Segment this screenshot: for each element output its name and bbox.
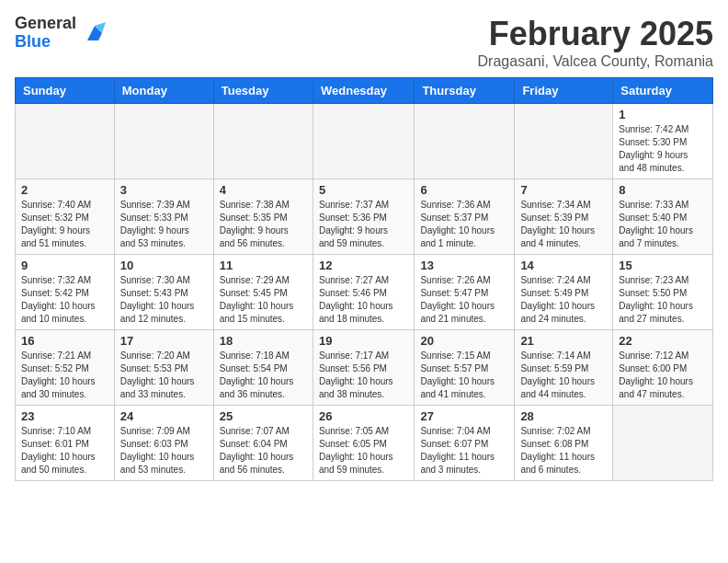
day-number: 17 <box>120 334 208 348</box>
day-info: Sunrise: 7:36 AM Sunset: 5:37 PM Dayligh… <box>420 199 508 250</box>
day-info: Sunrise: 7:15 AM Sunset: 5:57 PM Dayligh… <box>420 350 508 401</box>
day-number: 26 <box>319 409 408 423</box>
logo-icon <box>80 18 109 48</box>
day-number: 14 <box>520 259 607 272</box>
day-number: 12 <box>319 259 408 272</box>
calendar-header-row: SundayMondayTuesdayWednesdayThursdayFrid… <box>16 78 713 104</box>
calendar-day-cell: 7Sunrise: 7:34 AM Sunset: 5:39 PM Daylig… <box>515 179 613 255</box>
day-number: 25 <box>220 409 307 423</box>
day-of-week-header: Monday <box>114 78 213 104</box>
day-number: 21 <box>520 334 607 348</box>
day-number: 24 <box>120 409 208 423</box>
day-info: Sunrise: 7:05 AM Sunset: 6:05 PM Dayligh… <box>319 425 408 477</box>
day-info: Sunrise: 7:38 AM Sunset: 5:35 PM Dayligh… <box>220 199 307 250</box>
calendar-day-cell <box>16 104 115 179</box>
day-number: 6 <box>420 183 508 197</box>
day-number: 4 <box>220 183 307 197</box>
calendar-day-cell: 26Sunrise: 7:05 AM Sunset: 6:05 PM Dayli… <box>313 406 414 481</box>
day-info: Sunrise: 7:30 AM Sunset: 5:43 PM Dayligh… <box>120 274 208 326</box>
logo-blue-text: Blue <box>15 33 76 52</box>
month-title: February 2025 <box>478 15 713 53</box>
day-number: 16 <box>21 334 108 348</box>
day-of-week-header: Thursday <box>415 78 515 104</box>
day-number: 18 <box>220 334 307 348</box>
calendar-day-cell: 24Sunrise: 7:09 AM Sunset: 6:03 PM Dayli… <box>114 406 213 481</box>
calendar-day-cell <box>114 104 213 179</box>
day-info: Sunrise: 7:10 AM Sunset: 6:01 PM Dayligh… <box>21 425 108 477</box>
calendar-day-cell: 13Sunrise: 7:26 AM Sunset: 5:47 PM Dayli… <box>415 255 515 330</box>
calendar-day-cell: 22Sunrise: 7:12 AM Sunset: 6:00 PM Dayli… <box>613 330 713 406</box>
calendar-day-cell: 2Sunrise: 7:40 AM Sunset: 5:32 PM Daylig… <box>16 179 115 255</box>
day-info: Sunrise: 7:21 AM Sunset: 5:52 PM Dayligh… <box>21 350 108 401</box>
day-number: 3 <box>120 183 208 197</box>
calendar-day-cell: 19Sunrise: 7:17 AM Sunset: 5:56 PM Dayli… <box>313 330 414 406</box>
day-number: 8 <box>619 183 707 197</box>
day-of-week-header: Friday <box>515 78 613 104</box>
day-info: Sunrise: 7:33 AM Sunset: 5:40 PM Dayligh… <box>619 199 707 250</box>
day-number: 27 <box>420 409 508 423</box>
day-info: Sunrise: 7:07 AM Sunset: 6:04 PM Dayligh… <box>220 425 307 477</box>
calendar-day-cell: 4Sunrise: 7:38 AM Sunset: 5:35 PM Daylig… <box>213 179 313 255</box>
day-info: Sunrise: 7:26 AM Sunset: 5:47 PM Dayligh… <box>420 274 508 326</box>
day-number: 11 <box>220 259 307 272</box>
calendar-table: SundayMondayTuesdayWednesdayThursdayFrid… <box>15 77 713 481</box>
day-info: Sunrise: 7:23 AM Sunset: 5:50 PM Dayligh… <box>619 274 707 326</box>
day-number: 28 <box>520 409 607 423</box>
calendar-day-cell: 14Sunrise: 7:24 AM Sunset: 5:49 PM Dayli… <box>515 255 613 330</box>
calendar-week-row: 9Sunrise: 7:32 AM Sunset: 5:42 PM Daylig… <box>16 255 713 330</box>
calendar-day-cell: 28Sunrise: 7:02 AM Sunset: 6:08 PM Dayli… <box>515 406 613 481</box>
page-header: General Blue February 2025 Dragasani, Va… <box>15 15 713 70</box>
day-number: 23 <box>21 409 108 423</box>
calendar-day-cell: 1Sunrise: 7:42 AM Sunset: 5:30 PM Daylig… <box>613 104 713 179</box>
calendar-day-cell: 23Sunrise: 7:10 AM Sunset: 6:01 PM Dayli… <box>16 406 115 481</box>
calendar-day-cell: 11Sunrise: 7:29 AM Sunset: 5:45 PM Dayli… <box>213 255 313 330</box>
calendar-day-cell <box>515 104 613 179</box>
day-info: Sunrise: 7:04 AM Sunset: 6:07 PM Dayligh… <box>420 425 508 477</box>
day-number: 19 <box>319 334 408 348</box>
title-block: February 2025 Dragasani, Valcea County, … <box>478 15 713 70</box>
calendar-week-row: 2Sunrise: 7:40 AM Sunset: 5:32 PM Daylig… <box>16 179 713 255</box>
day-number: 9 <box>21 259 108 272</box>
calendar-day-cell: 18Sunrise: 7:18 AM Sunset: 5:54 PM Dayli… <box>213 330 313 406</box>
day-info: Sunrise: 7:14 AM Sunset: 5:59 PM Dayligh… <box>520 350 607 401</box>
day-info: Sunrise: 7:02 AM Sunset: 6:08 PM Dayligh… <box>520 425 607 477</box>
day-number: 13 <box>420 259 508 272</box>
day-info: Sunrise: 7:34 AM Sunset: 5:39 PM Dayligh… <box>520 199 607 250</box>
day-info: Sunrise: 7:20 AM Sunset: 5:53 PM Dayligh… <box>120 350 208 401</box>
day-info: Sunrise: 7:32 AM Sunset: 5:42 PM Dayligh… <box>21 274 108 326</box>
day-number: 20 <box>420 334 508 348</box>
logo: General Blue <box>15 15 109 52</box>
day-info: Sunrise: 7:39 AM Sunset: 5:33 PM Dayligh… <box>120 199 208 250</box>
calendar-day-cell: 27Sunrise: 7:04 AM Sunset: 6:07 PM Dayli… <box>415 406 515 481</box>
calendar-day-cell <box>213 104 313 179</box>
calendar-day-cell: 5Sunrise: 7:37 AM Sunset: 5:36 PM Daylig… <box>313 179 414 255</box>
calendar-day-cell: 15Sunrise: 7:23 AM Sunset: 5:50 PM Dayli… <box>613 255 713 330</box>
day-number: 10 <box>120 259 208 272</box>
calendar-day-cell: 20Sunrise: 7:15 AM Sunset: 5:57 PM Dayli… <box>415 330 515 406</box>
day-info: Sunrise: 7:37 AM Sunset: 5:36 PM Dayligh… <box>319 199 408 250</box>
calendar-week-row: 1Sunrise: 7:42 AM Sunset: 5:30 PM Daylig… <box>16 104 713 179</box>
day-info: Sunrise: 7:29 AM Sunset: 5:45 PM Dayligh… <box>220 274 307 326</box>
day-info: Sunrise: 7:18 AM Sunset: 5:54 PM Dayligh… <box>220 350 307 401</box>
day-number: 2 <box>21 183 108 197</box>
calendar-day-cell <box>313 104 414 179</box>
calendar-day-cell: 17Sunrise: 7:20 AM Sunset: 5:53 PM Dayli… <box>114 330 213 406</box>
calendar-day-cell: 25Sunrise: 7:07 AM Sunset: 6:04 PM Dayli… <box>213 406 313 481</box>
day-number: 7 <box>520 183 607 197</box>
calendar-day-cell: 8Sunrise: 7:33 AM Sunset: 5:40 PM Daylig… <box>613 179 713 255</box>
day-info: Sunrise: 7:12 AM Sunset: 6:00 PM Dayligh… <box>619 350 707 401</box>
day-info: Sunrise: 7:09 AM Sunset: 6:03 PM Dayligh… <box>120 425 208 477</box>
day-info: Sunrise: 7:24 AM Sunset: 5:49 PM Dayligh… <box>520 274 607 326</box>
day-number: 15 <box>619 259 707 272</box>
day-number: 5 <box>319 183 408 197</box>
day-number: 22 <box>619 334 707 348</box>
day-number: 1 <box>619 108 707 121</box>
calendar-day-cell <box>613 406 713 481</box>
calendar-day-cell: 3Sunrise: 7:39 AM Sunset: 5:33 PM Daylig… <box>114 179 213 255</box>
calendar-day-cell: 9Sunrise: 7:32 AM Sunset: 5:42 PM Daylig… <box>16 255 115 330</box>
day-of-week-header: Sunday <box>16 78 115 104</box>
calendar-day-cell: 16Sunrise: 7:21 AM Sunset: 5:52 PM Dayli… <box>16 330 115 406</box>
calendar-week-row: 16Sunrise: 7:21 AM Sunset: 5:52 PM Dayli… <box>16 330 713 406</box>
day-info: Sunrise: 7:17 AM Sunset: 5:56 PM Dayligh… <box>319 350 408 401</box>
calendar-day-cell: 21Sunrise: 7:14 AM Sunset: 5:59 PM Dayli… <box>515 330 613 406</box>
